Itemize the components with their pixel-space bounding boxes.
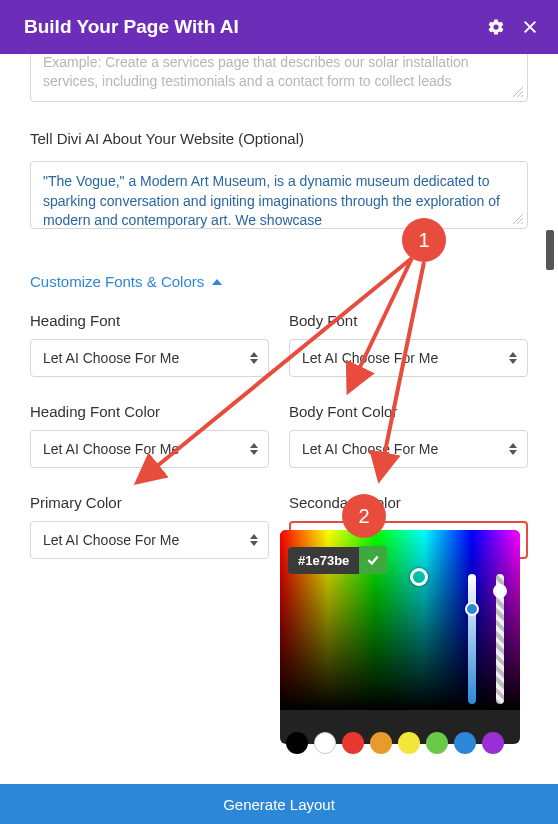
about-label: Tell Divi AI About Your Website (Optiona… xyxy=(30,130,528,147)
chevron-updown-icon xyxy=(250,443,258,455)
swatch[interactable] xyxy=(398,732,420,754)
field-body-font-color: Body Font Color Let AI Choose For Me xyxy=(289,403,528,468)
caret-up-icon xyxy=(212,279,222,285)
color-swatches xyxy=(286,732,504,754)
footer-button-label: Generate Layout xyxy=(223,796,335,813)
prompt-textarea[interactable]: Example: Create a services page that des… xyxy=(30,54,528,102)
select-value: Let AI Choose For Me xyxy=(43,350,179,366)
select-value: Let AI Choose For Me xyxy=(43,441,179,457)
hex-confirm-button[interactable] xyxy=(359,546,387,574)
swatch[interactable] xyxy=(314,732,336,754)
select-value: Let AI Choose For Me xyxy=(302,441,438,457)
scrollbar-thumb[interactable] xyxy=(546,230,554,270)
field-heading-font: Heading Font Let AI Choose For Me xyxy=(30,312,269,377)
body-font-label: Body Font xyxy=(289,312,528,329)
slider-knob[interactable] xyxy=(493,584,507,598)
chevron-updown-icon xyxy=(250,534,258,546)
prompt-placeholder-text: Example: Create a services page that des… xyxy=(43,54,469,89)
customize-fonts-colors-toggle[interactable]: Customize Fonts & Colors xyxy=(30,273,528,290)
select-value: Let AI Choose For Me xyxy=(43,532,179,548)
body-font-color-select[interactable]: Let AI Choose For Me xyxy=(289,430,528,468)
resize-handle-icon[interactable] xyxy=(513,87,523,97)
about-textarea[interactable]: "The Vogue," a Modern Art Museum, is a d… xyxy=(30,161,528,229)
heading-font-select[interactable]: Let AI Choose For Me xyxy=(30,339,269,377)
alpha-slider[interactable] xyxy=(496,574,504,704)
close-icon[interactable] xyxy=(520,17,540,37)
select-value: Let AI Choose For Me xyxy=(302,350,438,366)
saturation-slider[interactable] xyxy=(468,574,476,704)
hex-input[interactable]: #1e73be xyxy=(288,547,359,574)
swatch[interactable] xyxy=(286,732,308,754)
body-font-select[interactable]: Let AI Choose For Me xyxy=(289,339,528,377)
modal-header: Build Your Page With AI xyxy=(0,0,558,54)
color-marker[interactable] xyxy=(410,568,428,586)
field-heading-font-color: Heading Font Color Let AI Choose For Me xyxy=(30,403,269,468)
body-font-color-label: Body Font Color xyxy=(289,403,528,420)
customize-label: Customize Fonts & Colors xyxy=(30,273,204,290)
heading-font-color-label: Heading Font Color xyxy=(30,403,269,420)
field-body-font: Body Font Let AI Choose For Me xyxy=(289,312,528,377)
about-textarea-value: "The Vogue," a Modern Art Museum, is a d… xyxy=(43,173,500,228)
swatch[interactable] xyxy=(342,732,364,754)
resize-handle-icon[interactable] xyxy=(513,214,523,224)
chevron-updown-icon xyxy=(509,352,517,364)
field-primary-color: Primary Color Let AI Choose For Me xyxy=(30,494,269,559)
swatch[interactable] xyxy=(370,732,392,754)
color-picker-popover[interactable]: #1e73be xyxy=(280,530,520,744)
chevron-updown-icon xyxy=(509,443,517,455)
swatch[interactable] xyxy=(482,732,504,754)
primary-color-select[interactable]: Let AI Choose For Me xyxy=(30,521,269,559)
heading-font-label: Heading Font xyxy=(30,312,269,329)
gear-icon[interactable] xyxy=(486,17,506,37)
primary-color-label: Primary Color xyxy=(30,494,269,511)
swatch[interactable] xyxy=(454,732,476,754)
slider-knob[interactable] xyxy=(465,602,479,616)
secondary-color-label: Secondary Color xyxy=(289,494,528,511)
generate-layout-button[interactable]: Generate Layout xyxy=(0,784,558,824)
chevron-updown-icon xyxy=(250,352,258,364)
heading-font-color-select[interactable]: Let AI Choose For Me xyxy=(30,430,269,468)
hex-input-group: #1e73be xyxy=(288,546,387,574)
header-actions xyxy=(486,17,540,37)
swatch[interactable] xyxy=(426,732,448,754)
fonts-colors-grid: Heading Font Let AI Choose For Me Body F… xyxy=(30,312,528,559)
modal-title: Build Your Page With AI xyxy=(24,16,239,38)
